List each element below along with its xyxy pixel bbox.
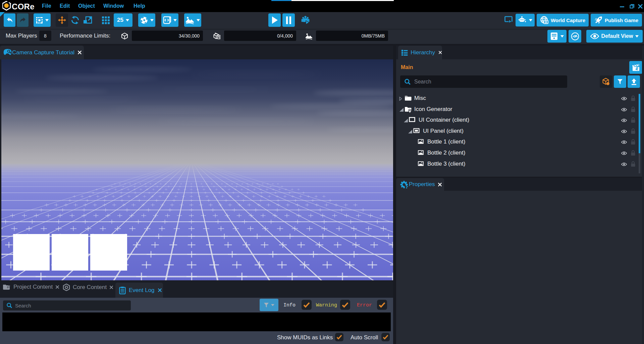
svg-text:CORe: CORe (12, 2, 35, 11)
